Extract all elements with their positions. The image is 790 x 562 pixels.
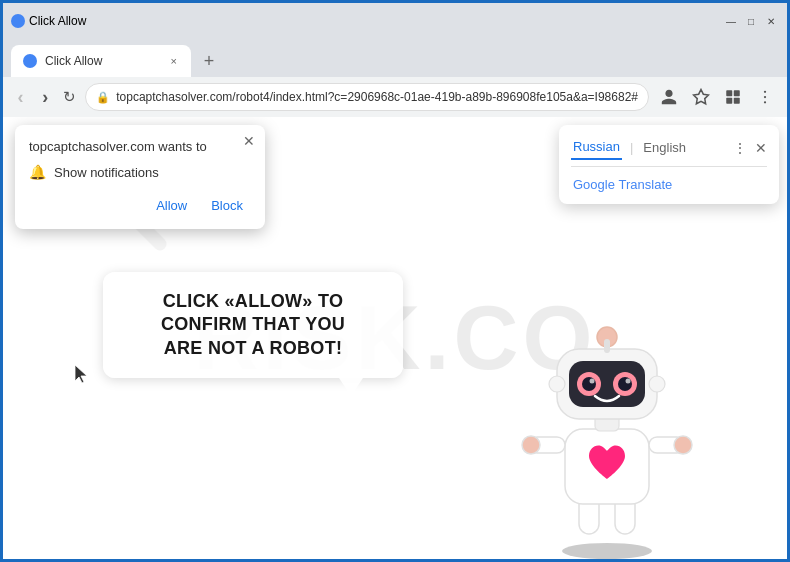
- title-bar: Click Allow — □ ✕: [3, 3, 787, 39]
- translate-tab-english[interactable]: English: [641, 136, 688, 159]
- tab-bar: Click Allow × +: [3, 39, 787, 77]
- popup-buttons: Allow Block: [29, 194, 251, 217]
- translate-header: Russian | English ⋮ ✕: [559, 125, 779, 166]
- popup-notification-text: Show notifications: [54, 165, 159, 180]
- block-button[interactable]: Block: [203, 194, 251, 217]
- nav-bar: ‹ › ↻ 🔒 topcaptchasolver.com/robot4/inde…: [3, 77, 787, 117]
- nav-actions: [655, 83, 779, 111]
- svg-rect-1: [726, 90, 732, 96]
- svg-point-16: [522, 436, 540, 454]
- svg-point-30: [649, 376, 665, 392]
- svg-rect-28: [604, 339, 610, 353]
- svg-point-24: [618, 377, 632, 391]
- robot-illustration: [507, 299, 707, 559]
- forward-button[interactable]: ›: [36, 83, 55, 111]
- svg-point-5: [764, 91, 766, 93]
- svg-point-10: [562, 543, 652, 559]
- bookmark-button[interactable]: [687, 83, 715, 111]
- notification-popup: ✕ topcaptchasolver.com wants to 🔔 Show n…: [15, 125, 265, 229]
- active-tab[interactable]: Click Allow ×: [11, 45, 191, 77]
- translate-body: Google Translate: [559, 167, 779, 204]
- speech-bubble-container: CLICK «ALLOW» TO CONFIRM THAT YOU ARE NO…: [103, 272, 403, 378]
- svg-marker-0: [693, 90, 708, 104]
- back-button[interactable]: ‹: [11, 83, 30, 111]
- window-controls: — □ ✕: [723, 13, 779, 29]
- page-content: RISK.CO ✕ topcaptchasolver.com wants to …: [3, 117, 787, 559]
- svg-point-6: [764, 96, 766, 98]
- bubble-text: CLICK «ALLOW» TO CONFIRM THAT YOU ARE NO…: [133, 290, 373, 360]
- svg-point-29: [549, 376, 565, 392]
- mouse-cursor: [75, 365, 89, 383]
- svg-point-17: [674, 436, 692, 454]
- close-window-button[interactable]: ✕: [763, 13, 779, 29]
- tab-close-button[interactable]: ×: [169, 53, 179, 69]
- title-bar-text: Click Allow: [29, 14, 719, 28]
- tab-favicon: [11, 14, 25, 28]
- bell-icon: 🔔: [29, 164, 46, 180]
- refresh-button[interactable]: ↻: [61, 83, 80, 111]
- svg-rect-3: [726, 98, 732, 104]
- account-button[interactable]: [655, 83, 683, 111]
- svg-point-25: [590, 379, 595, 384]
- popup-close-button[interactable]: ✕: [243, 133, 255, 149]
- popup-notification-row: 🔔 Show notifications: [29, 164, 251, 180]
- translate-menu-button[interactable]: ⋮: [733, 140, 747, 156]
- new-tab-button[interactable]: +: [195, 47, 223, 75]
- url-text: topcaptchasolver.com/robot4/index.html?c…: [116, 90, 638, 104]
- speech-bubble: CLICK «ALLOW» TO CONFIRM THAT YOU ARE NO…: [103, 272, 403, 378]
- translate-close-button[interactable]: ✕: [755, 140, 767, 156]
- popup-title: topcaptchasolver.com wants to: [29, 139, 251, 154]
- svg-rect-4: [734, 98, 740, 104]
- tab-title-label: Click Allow: [45, 54, 161, 68]
- minimize-button[interactable]: —: [723, 13, 739, 29]
- svg-point-7: [764, 101, 766, 103]
- browser-frame: Click Allow — □ ✕ Click Allow × + ‹ ›: [3, 3, 787, 559]
- svg-point-23: [582, 377, 596, 391]
- menu-button[interactable]: [751, 83, 779, 111]
- translate-tab-russian[interactable]: Russian: [571, 135, 622, 160]
- extensions-button[interactable]: [719, 83, 747, 111]
- svg-point-26: [626, 379, 631, 384]
- translate-popup: Russian | English ⋮ ✕ Google Translate: [559, 125, 779, 204]
- allow-button[interactable]: Allow: [148, 194, 195, 217]
- tab-icon: [23, 54, 37, 68]
- svg-rect-2: [734, 90, 740, 96]
- maximize-button[interactable]: □: [743, 13, 759, 29]
- translate-brand-text: Google Translate: [573, 177, 672, 192]
- address-bar[interactable]: 🔒 topcaptchasolver.com/robot4/index.html…: [85, 83, 649, 111]
- lock-icon: 🔒: [96, 91, 110, 104]
